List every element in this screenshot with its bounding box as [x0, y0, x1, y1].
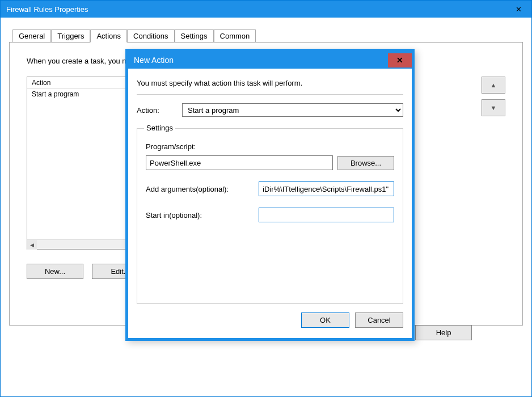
action-select[interactable]: Start a program [182, 103, 403, 117]
settings-legend: Settings [144, 124, 175, 132]
tab-general[interactable]: General [12, 29, 51, 43]
tab-settings[interactable]: Settings [175, 29, 214, 43]
move-up-button[interactable]: ▲ [482, 77, 505, 94]
main-titlebar: Firewall Rules Properties ✕ [1, 1, 531, 18]
modal-separator [137, 94, 403, 95]
cancel-button[interactable]: Cancel [355, 312, 403, 328]
startin-label: Start in(optional): [146, 211, 259, 219]
tab-strip: General Triggers Actions Conditions Sett… [12, 29, 523, 42]
action-label: Action: [137, 106, 182, 115]
main-title: Firewall Rules Properties [6, 5, 88, 14]
program-label: Program/script: [146, 142, 394, 151]
tab-conditions[interactable]: Conditions [127, 29, 174, 43]
modal-footer: OK Cancel [137, 312, 403, 328]
modal-instruction: You must specify what action this task w… [137, 79, 403, 87]
help-button[interactable]: Help [415, 325, 472, 340]
new-action-dialog: New Action ✕ You must specify what actio… [125, 49, 415, 341]
arguments-row: Add arguments(optional): [146, 181, 394, 196]
program-input[interactable] [146, 155, 333, 170]
modal-body: You must specify what action this task w… [128, 69, 412, 338]
modal-close-icon[interactable]: ✕ [388, 53, 412, 67]
tab-actions[interactable]: Actions [90, 29, 127, 43]
startin-input[interactable] [259, 208, 394, 222]
main-window: Firewall Rules Properties ✕ General Trig… [0, 0, 532, 397]
tab-triggers[interactable]: Triggers [51, 29, 90, 43]
tab-common[interactable]: Common [214, 29, 256, 43]
scroll-left-icon[interactable] [27, 240, 37, 250]
move-down-button[interactable]: ▼ [482, 99, 505, 116]
new-button[interactable]: New... [27, 264, 83, 279]
program-row-wrap: Program/script: Browse... [146, 142, 394, 170]
browse-button[interactable]: Browse... [337, 156, 394, 170]
close-icon[interactable]: ✕ [506, 1, 531, 18]
modal-titlebar: New Action ✕ [128, 52, 412, 69]
program-row: Browse... [146, 155, 394, 170]
arguments-label: Add arguments(optional): [146, 185, 259, 193]
ok-button[interactable]: OK [301, 312, 349, 328]
arguments-input[interactable] [259, 181, 394, 196]
reorder-buttons: ▲ ▼ [482, 77, 505, 122]
modal-title: New Action [134, 56, 174, 65]
settings-group: Settings Program/script: Browse... Add a… [137, 128, 403, 304]
startin-row: Start in(optional): [146, 208, 394, 222]
action-type-row: Action: Start a program [137, 103, 403, 117]
